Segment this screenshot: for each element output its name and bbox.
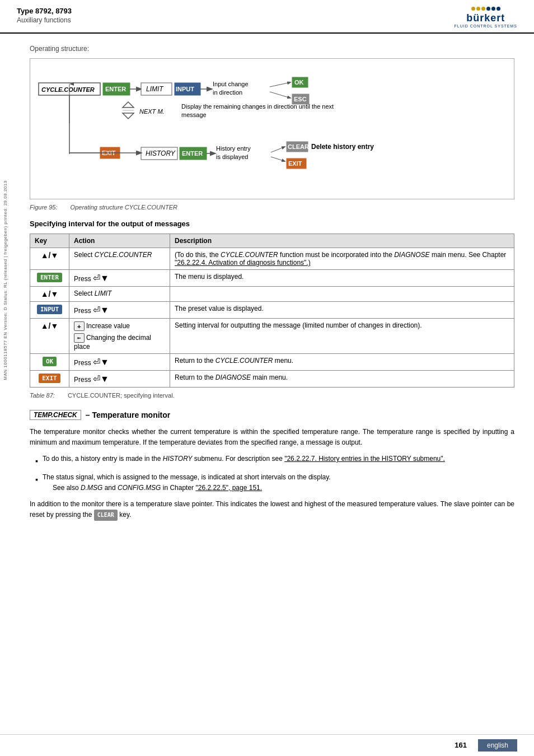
tempcheck-badge: TEMP.CHECK xyxy=(30,410,81,420)
logo-dot-6 xyxy=(496,7,500,11)
bullet-1-text: To do this, a history entry is made in t… xyxy=(43,454,445,464)
table-row: OK Press ⏎▼ Return to the CYCLE.COUNTER … xyxy=(30,354,514,371)
action-cell: Press ⏎▼ xyxy=(69,270,170,287)
svg-text:HISTORY: HISTORY xyxy=(146,150,176,157)
history-link[interactable]: "26.2.22.7. History entries in the HISTO… xyxy=(284,455,445,463)
bullet-list: ▪ To do this, a history entry is made in… xyxy=(35,454,514,493)
page-header: Type 8792, 8793 Auxiliary functions bürk… xyxy=(0,0,534,34)
sidebar-label: MAN 1000118577 EN Version: D Status: RL … xyxy=(0,112,10,448)
input-key-badge: INPUT xyxy=(37,305,62,314)
table-caption: Table 87: CYCLE.COUNTER; specifying inte… xyxy=(30,392,514,399)
key-cell: INPUT xyxy=(30,302,69,319)
burkert-logo: bürkert FLUID CONTROL SYSTEMS xyxy=(454,7,517,28)
description-cell: (To do this, the CYCLE.COUNTER function … xyxy=(170,248,514,270)
table-row: ENTER Press ⏎▼ The menu is displayed. xyxy=(30,270,514,287)
col-action: Action xyxy=(69,234,170,248)
svg-line-17 xyxy=(270,92,291,98)
clear-key-badge: CLEAR xyxy=(94,510,118,521)
arrow-updown-3-icon: ▲/▼ xyxy=(41,321,59,330)
sidebar-text: MAN 1000118577 EN Version: D Status: RL … xyxy=(3,180,8,380)
svg-marker-19 xyxy=(123,113,134,119)
logo-dot-2 xyxy=(476,7,480,11)
action-plus: + Increase value xyxy=(74,321,165,331)
description-cell: Return to the DIAGNOSE main menu. xyxy=(170,371,514,388)
plus-key-badge: + xyxy=(74,321,85,331)
figure-label: Figure 95: xyxy=(30,204,58,211)
figure-caption: Figure 95: Operating structure CYCLE.COU… xyxy=(30,204,514,211)
table-row: ▲/▼ Select LIMIT xyxy=(30,287,514,302)
col-description: Description xyxy=(170,234,514,248)
svg-text:Input change: Input change xyxy=(213,81,249,87)
action-cell: Press ⏎▼ xyxy=(69,354,170,371)
svg-text:NEXT M.: NEXT M. xyxy=(139,108,165,115)
enter-key-badge: ENTER xyxy=(37,273,62,282)
key-cell: ▲/▼ xyxy=(30,248,69,270)
description-cell xyxy=(170,287,514,302)
svg-text:Delete history entry: Delete history entry xyxy=(311,143,374,151)
table-text: CYCLE.COUNTER; specifying interval. xyxy=(68,392,175,399)
bullet-dot-2: ▪ xyxy=(35,473,38,486)
svg-line-42 xyxy=(271,157,285,161)
exit-key-badge: EXIT xyxy=(39,374,60,383)
page-title: Type 8792, 8793 xyxy=(17,7,72,15)
action-cell: + Increase value ← Changing the decimal … xyxy=(69,319,170,354)
action-cell: Select LIMIT xyxy=(69,287,170,302)
svg-line-14 xyxy=(270,82,291,87)
diagram-box: CYCLE.COUNTER ENTER LIMIT INPUT Input ch… xyxy=(30,58,514,199)
description-cell: Return to the CYCLE.COUNTER menu. xyxy=(170,354,514,371)
svg-text:in direction: in direction xyxy=(213,89,242,96)
diagram-svg: CYCLE.COUNTER ENTER LIMIT INPUT Input ch… xyxy=(36,67,508,190)
logo-sub: FLUID CONTROL SYSTEMS xyxy=(454,24,517,28)
arrow-updown-2-icon: ▲/▼ xyxy=(41,290,59,298)
specifying-interval-table: Key Action Description ▲/▼ Select CYCLE.… xyxy=(30,234,514,388)
logo-text: bürkert xyxy=(466,12,505,24)
bullet-2-text-2: See also D.MSG and CONFIG.MSG in Chapter… xyxy=(53,484,262,492)
bullet-dot-1: ▪ xyxy=(35,455,38,467)
action-cell: Press ⏎▼ xyxy=(69,302,170,319)
svg-text:CLEAR: CLEAR xyxy=(288,143,309,150)
svg-text:message: message xyxy=(181,111,207,118)
arrow-updown-icon: ▲/▼ xyxy=(41,251,59,260)
svg-text:LIMIT: LIMIT xyxy=(146,85,164,93)
logo-dot-3 xyxy=(481,7,485,11)
logo-dot-5 xyxy=(491,7,495,11)
page-number: 161 xyxy=(455,741,467,749)
svg-text:is displayed: is displayed xyxy=(216,153,248,160)
description-cell: The menu is displayed. xyxy=(170,270,514,287)
svg-text:INPUT: INPUT xyxy=(176,86,194,92)
svg-text:ENTER: ENTER xyxy=(182,150,203,157)
main-content: Operating structure: CYCLE.COUNTER ENTER… xyxy=(10,34,534,538)
figure-text: Operating structure CYCLE.COUNTER xyxy=(71,204,177,211)
table-label: Table 87: xyxy=(30,392,55,399)
table-row: ▲/▼ Select CYCLE.COUNTER (To do this, th… xyxy=(30,248,514,270)
logo-dot-4 xyxy=(486,7,490,11)
body-text-2: In addition to the monitor there is a te… xyxy=(30,499,514,521)
col-key: Key xyxy=(30,234,69,248)
table-row: ▲/▼ + Increase value ← Changing the deci… xyxy=(30,319,514,354)
table-row: EXIT Press ⏎▼ Return to the DIAGNOSE mai… xyxy=(30,371,514,388)
svg-text:EXIT: EXIT xyxy=(288,160,302,167)
section-heading: Specifying interval for the output of me… xyxy=(30,220,514,228)
operating-structure-label: Operating structure: xyxy=(30,45,514,53)
bullet-2-content: The status signal, which is assigned to … xyxy=(43,472,331,493)
table-row: INPUT Press ⏎▼ The preset value is displ… xyxy=(30,302,514,319)
body-text-1: The temperature monitor checks whether t… xyxy=(30,427,514,448)
key-cell: ▲/▼ xyxy=(30,319,69,354)
action-cell: Press ⏎▼ xyxy=(69,371,170,388)
bullet-item-1: ▪ To do this, a history entry is made in… xyxy=(35,454,514,467)
tempcheck-heading: TEMP.CHECK – Temperature monitor xyxy=(30,410,514,420)
svg-marker-18 xyxy=(123,102,134,108)
action-cell: Select CYCLE.COUNTER xyxy=(69,248,170,270)
key-cell: EXIT xyxy=(30,371,69,388)
description-cell: Setting interval for outputting the mess… xyxy=(170,319,514,354)
svg-line-39 xyxy=(271,147,285,152)
svg-text:CYCLE.COUNTER: CYCLE.COUNTER xyxy=(41,86,95,93)
svg-text:OK: OK xyxy=(294,79,304,86)
page-subtitle: Auxiliary functions xyxy=(17,16,72,24)
key-cell: OK xyxy=(30,354,69,371)
key-cell: ▲/▼ xyxy=(30,287,69,302)
bullet-item-2: ▪ The status signal, which is assigned t… xyxy=(35,472,514,493)
config-link[interactable]: "26.2.22.5", page 151. xyxy=(195,484,262,492)
bullet-2-text-1: The status signal, which is assigned to … xyxy=(43,473,331,481)
chapter-link-1[interactable]: "26.2.22.4. Activation of diagnosis func… xyxy=(175,259,311,267)
